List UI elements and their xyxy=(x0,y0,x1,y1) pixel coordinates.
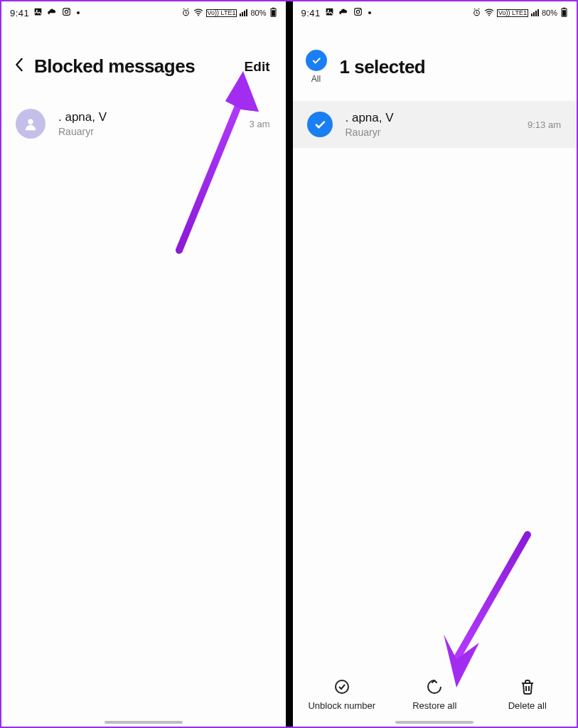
phone-left: 9:41 Vo)) LTE1 xyxy=(1,1,286,727)
svg-rect-8 xyxy=(272,8,274,9)
svg-point-14 xyxy=(356,10,359,13)
dot-icon xyxy=(77,11,80,14)
page-title: Blocked messages xyxy=(34,55,195,77)
action-label: Unblock number xyxy=(308,700,375,711)
alarm-icon xyxy=(181,8,191,18)
phone-right: 9:41 Vo)) LTE1 xyxy=(293,1,577,727)
volte-label: Vo)) LTE1 xyxy=(206,9,237,17)
status-time: 9:41 xyxy=(301,8,321,18)
svg-rect-19 xyxy=(563,8,565,9)
header: Blocked messages Edit xyxy=(1,24,286,99)
gesture-bar xyxy=(395,721,473,724)
trash-icon xyxy=(518,678,537,696)
alarm-icon xyxy=(472,8,481,18)
wifi-icon xyxy=(484,8,494,18)
battery-percent: 80% xyxy=(250,9,266,17)
svg-point-10 xyxy=(28,119,33,124)
battery-icon xyxy=(269,7,277,18)
select-all-toggle[interactable]: All xyxy=(306,50,327,84)
gallery-icon xyxy=(33,7,43,18)
back-icon[interactable] xyxy=(14,55,24,77)
gesture-bar xyxy=(105,721,183,724)
delete-button[interactable]: Delete all xyxy=(481,678,573,711)
check-circle-icon xyxy=(333,678,351,696)
edit-button[interactable]: Edit xyxy=(245,59,270,75)
restore-button[interactable]: Restore all xyxy=(389,678,481,711)
selection-title: 1 selected xyxy=(340,56,426,78)
signal-icon xyxy=(531,9,539,16)
cloud-icon xyxy=(338,8,349,18)
gallery-icon xyxy=(325,7,334,18)
message-preview: Rauaryr xyxy=(346,127,523,138)
dot-icon xyxy=(368,11,371,14)
ig-icon xyxy=(353,7,363,18)
restore-icon xyxy=(425,678,444,696)
contact-name: . apna, V xyxy=(58,110,244,124)
svg-point-12 xyxy=(328,10,329,11)
check-icon xyxy=(306,50,327,71)
svg-point-21 xyxy=(336,680,348,693)
status-time: 9:41 xyxy=(10,8,29,18)
action-label: Delete all xyxy=(508,700,547,711)
svg-point-1 xyxy=(36,10,38,11)
svg-point-15 xyxy=(360,9,360,10)
battery-percent: 80% xyxy=(542,9,557,17)
all-label: All xyxy=(311,74,321,84)
svg-point-4 xyxy=(68,9,69,10)
ig-icon xyxy=(62,7,71,18)
bottom-actions: Unblock number Restore all Delete all xyxy=(293,673,577,711)
svg-point-17 xyxy=(488,15,490,16)
conversation-row[interactable]: . apna, V Rauaryr 3 am xyxy=(1,99,286,149)
row-checkbox[interactable] xyxy=(307,112,333,137)
message-time: 9:13 am xyxy=(528,119,561,130)
contact-name: . apna, V xyxy=(346,111,523,125)
svg-point-3 xyxy=(65,10,68,13)
status-bar: 9:41 Vo)) LTE1 xyxy=(1,1,286,24)
status-bar: 9:41 Vo)) LTE1 xyxy=(293,1,577,24)
cloud-icon xyxy=(47,8,58,18)
svg-rect-20 xyxy=(562,10,566,16)
annotation-arrow xyxy=(421,528,542,691)
message-time: 3 am xyxy=(250,119,270,129)
wifi-icon xyxy=(193,8,203,18)
signal-icon xyxy=(240,9,247,16)
svg-point-6 xyxy=(198,15,199,16)
svg-rect-11 xyxy=(326,9,333,16)
volte-label: Vo)) LTE1 xyxy=(497,9,528,17)
svg-rect-9 xyxy=(272,10,275,16)
message-preview: Rauaryr xyxy=(58,126,244,137)
conversation-row[interactable]: . apna, V Rauaryr 9:13 am xyxy=(293,101,577,148)
svg-rect-0 xyxy=(35,9,42,16)
header: All 1 selected xyxy=(293,24,577,101)
avatar-icon xyxy=(16,109,46,139)
action-label: Restore all xyxy=(412,700,456,711)
unblock-button[interactable]: Unblock number xyxy=(296,678,387,711)
battery-icon xyxy=(560,7,568,18)
